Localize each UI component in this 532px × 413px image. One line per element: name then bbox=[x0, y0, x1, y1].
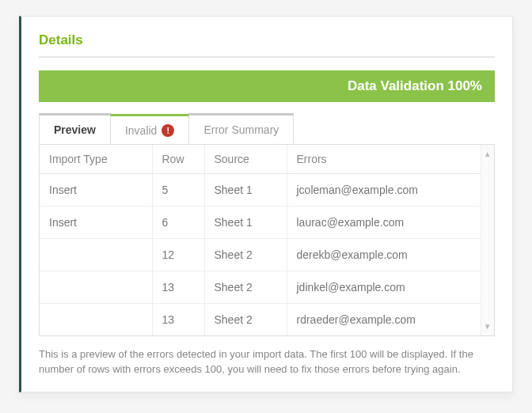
cell-source: Sheet 2 bbox=[204, 304, 287, 336]
cell-source: Sheet 1 bbox=[204, 174, 287, 206]
table-header-row: Import Type Row Source Errors bbox=[40, 145, 481, 174]
cell-source: Sheet 1 bbox=[204, 206, 287, 239]
section-title: Details bbox=[39, 32, 495, 58]
cell-import-type bbox=[40, 239, 152, 271]
errors-table-container: Import Type Row Source Errors Insert 5 S… bbox=[39, 144, 495, 336]
tab-preview[interactable]: Preview bbox=[39, 113, 111, 144]
cell-errors: jdinkel@example.com bbox=[287, 271, 481, 304]
tab-error-summary[interactable]: Error Summary bbox=[188, 113, 294, 144]
cell-row: 12 bbox=[152, 239, 204, 271]
warning-icon: ! bbox=[162, 124, 174, 137]
col-header-import-type: Import Type bbox=[40, 145, 152, 174]
cell-row: 5 bbox=[152, 174, 204, 206]
validation-status-bar: Data Validation 100% bbox=[39, 70, 495, 102]
cell-errors: jcoleman@example.com bbox=[287, 174, 481, 206]
cell-import-type: Insert bbox=[40, 174, 152, 206]
cell-errors: rdraeder@example.com bbox=[287, 304, 481, 336]
col-header-errors: Errors bbox=[287, 145, 481, 174]
col-header-source: Source bbox=[204, 145, 287, 174]
table-row: Insert 6 Sheet 1 laurac@example.com bbox=[40, 206, 481, 239]
tab-label: Preview bbox=[54, 123, 96, 136]
cell-import-type bbox=[40, 304, 152, 336]
cell-source: Sheet 2 bbox=[204, 239, 287, 271]
cell-import-type: Insert bbox=[40, 206, 152, 239]
cell-row: 13 bbox=[152, 304, 204, 336]
scroll-up-arrow-icon[interactable]: ▲ bbox=[484, 150, 492, 158]
tab-invalid[interactable]: Invalid ! bbox=[110, 114, 189, 145]
table-row: 12 Sheet 2 derekb@example.com bbox=[40, 239, 481, 271]
tab-strip: Preview Invalid ! Error Summary bbox=[39, 113, 495, 144]
cell-row: 13 bbox=[152, 271, 204, 304]
cell-source: Sheet 2 bbox=[204, 271, 287, 304]
cell-import-type bbox=[40, 271, 152, 304]
cell-row: 6 bbox=[152, 206, 204, 239]
col-header-row: Row bbox=[152, 145, 204, 174]
errors-table: Import Type Row Source Errors Insert 5 S… bbox=[40, 145, 481, 335]
tab-label: Invalid bbox=[125, 124, 157, 137]
details-panel: Details Data Validation 100% Preview Inv… bbox=[19, 16, 513, 392]
footer-note: This is a preview of the errors detected… bbox=[39, 347, 495, 377]
vertical-scrollbar[interactable]: ▲ ▼ bbox=[481, 145, 494, 335]
scroll-down-arrow-icon[interactable]: ▼ bbox=[484, 322, 492, 331]
tab-label: Error Summary bbox=[203, 123, 279, 136]
table-row: 13 Sheet 2 jdinkel@example.com bbox=[40, 271, 481, 304]
table-row: Insert 5 Sheet 1 jcoleman@example.com bbox=[40, 174, 481, 206]
cell-errors: laurac@example.com bbox=[287, 206, 481, 239]
table-row: 13 Sheet 2 rdraeder@example.com bbox=[40, 304, 481, 336]
cell-errors: derekb@example.com bbox=[287, 239, 481, 271]
